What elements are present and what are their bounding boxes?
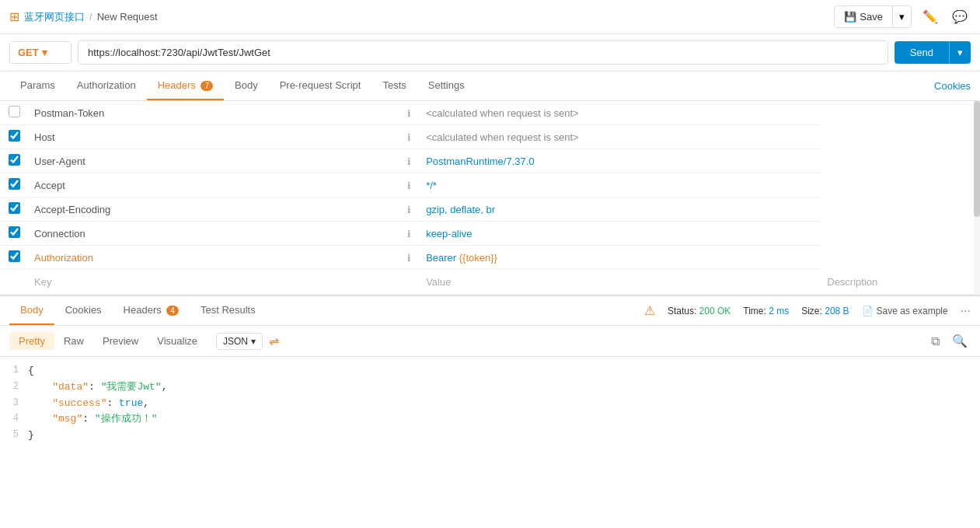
row5-info-icon[interactable]: ℹ xyxy=(407,205,411,215)
save-example-button[interactable]: 📄 Save as example xyxy=(862,306,948,316)
search-button[interactable]: 🔍 xyxy=(949,330,971,351)
url-input[interactable] xyxy=(78,40,888,65)
save-button-group: 💾 Save ▾ xyxy=(834,5,912,28)
edit-button[interactable]: ✏️ xyxy=(919,6,941,27)
tab-params[interactable]: Params xyxy=(9,72,66,100)
save-icon: 💾 xyxy=(844,11,856,23)
row4-checkbox[interactable] xyxy=(9,178,20,190)
method-label: GET xyxy=(18,47,39,58)
table-row: User-Agent ℹ PostmanRuntime/7.37.0 xyxy=(0,149,974,173)
save-button[interactable]: 💾 Save xyxy=(835,6,892,27)
cookies-link[interactable]: Cookies xyxy=(934,80,971,92)
format-tabs: Pretty Raw Preview Visualize JSON ▾ ⇌ ⧉ … xyxy=(0,326,980,357)
tab-response-headers[interactable]: Headers 4 xyxy=(113,296,190,325)
row5-key: Accept-Encoding xyxy=(34,204,110,215)
format-icon[interactable]: ⇌ xyxy=(269,334,279,348)
row4-info-icon[interactable]: ℹ xyxy=(407,180,411,191)
tab-response-cookies[interactable]: Cookies xyxy=(54,296,113,325)
row7-checkbox[interactable] xyxy=(9,250,20,262)
method-chevron-icon: ▾ xyxy=(42,47,47,58)
method-select[interactable]: GET ▾ xyxy=(9,41,71,64)
tab-settings[interactable]: Settings xyxy=(417,72,476,100)
headers-table: Postman-Token ℹ <calculated when request… xyxy=(0,101,974,295)
table-row: Host ℹ <calculated when request is sent> xyxy=(0,125,974,149)
tab-response-body[interactable]: Body xyxy=(9,296,54,325)
app-name: 蓝牙网页接口 xyxy=(24,10,85,24)
json-chevron-icon: ▾ xyxy=(251,336,256,347)
current-page: New Request xyxy=(97,11,158,23)
description-placeholder: Description xyxy=(827,276,877,288)
top-bar-actions: 💾 Save ▾ ✏️ 💬 xyxy=(834,5,971,28)
json-format-select[interactable]: JSON ▾ xyxy=(216,333,263,350)
tab-tests[interactable]: Tests xyxy=(371,72,417,100)
comment-button[interactable]: 💬 xyxy=(949,6,971,27)
status-indicator: ⚠ xyxy=(644,303,655,318)
response-section: Body Cookies Headers 4 Test Results ⚠ St… xyxy=(0,295,980,450)
status-value: 200 OK xyxy=(699,306,731,316)
code-line-4: 4 "msg": "操作成功！" xyxy=(0,411,980,428)
code-line-1: 1 { xyxy=(0,363,980,379)
tab-prerequest[interactable]: Pre-request Script xyxy=(269,72,372,100)
row5-value: gzip, deflate, br xyxy=(426,204,495,215)
row5-checkbox[interactable] xyxy=(9,202,20,214)
response-headers-badge: 4 xyxy=(166,306,179,316)
json-label: JSON xyxy=(223,336,248,347)
row1-info-icon[interactable]: ℹ xyxy=(407,108,411,119)
tab-authorization[interactable]: Authorization xyxy=(66,72,147,100)
status-display: Status: 200 OK xyxy=(668,306,731,316)
fmt-raw[interactable]: Raw xyxy=(54,332,93,350)
row2-key: Host xyxy=(34,131,55,143)
grid-icon: ⊞ xyxy=(9,9,19,24)
row7-info-icon[interactable]: ℹ xyxy=(407,253,411,264)
response-actions: ⧉ 🔍 xyxy=(928,330,971,351)
url-bar: GET ▾ Send ▾ xyxy=(0,34,980,72)
row7-key: Authorization xyxy=(34,252,93,264)
table-row: Accept ℹ */* xyxy=(0,173,974,198)
fmt-preview[interactable]: Preview xyxy=(93,332,148,350)
breadcrumb-area: ⊞ 蓝牙网页接口 / New Request xyxy=(9,9,158,24)
more-options-button[interactable]: ··· xyxy=(961,304,971,318)
row4-value: */* xyxy=(426,180,437,191)
save-chevron-button[interactable]: ▾ xyxy=(892,6,911,27)
top-bar: ⊞ 蓝牙网页接口 / New Request 💾 Save ▾ ✏️ 💬 xyxy=(0,0,980,34)
row6-info-icon[interactable]: ℹ xyxy=(407,229,411,240)
code-line-2: 2 "data": "我需要Jwt", xyxy=(0,379,980,396)
copy-button[interactable]: ⧉ xyxy=(928,331,943,351)
headers-badge: 7 xyxy=(201,81,213,91)
tab-headers[interactable]: Headers 7 xyxy=(147,72,224,100)
size-display: Size: 208 B xyxy=(801,306,849,316)
tab-body[interactable]: Body xyxy=(224,72,269,100)
send-button-group: Send ▾ xyxy=(895,41,971,64)
send-button[interactable]: Send xyxy=(895,41,949,64)
code-line-3: 3 "success": true, xyxy=(0,396,980,412)
row1-key: Postman-Token xyxy=(34,107,104,119)
row6-key: Connection xyxy=(34,228,85,240)
row6-checkbox[interactable] xyxy=(9,226,20,238)
scrollbar-thumb[interactable] xyxy=(974,101,980,217)
scrollbar-track[interactable] xyxy=(974,101,980,295)
row3-info-icon[interactable]: ℹ xyxy=(407,156,411,167)
row3-key: User-Agent xyxy=(34,156,85,167)
request-tabs: Params Authorization Headers 7 Body Pre-… xyxy=(0,72,980,101)
row1-checkbox[interactable] xyxy=(9,106,20,117)
key-placeholder: Key xyxy=(34,276,51,288)
fmt-visualize[interactable]: Visualize xyxy=(148,332,207,350)
value-placeholder: Value xyxy=(426,276,451,288)
row2-info-icon[interactable]: ℹ xyxy=(407,132,411,143)
row3-value: PostmanRuntime/7.37.0 xyxy=(426,156,534,167)
table-row: Connection ℹ keep-alive xyxy=(0,222,974,246)
size-value: 208 B xyxy=(825,306,849,316)
status-bar: ⚠ Status: 200 OK Time: 2 ms Size: 208 B … xyxy=(644,303,971,318)
headers-footer-row: Key Value Description xyxy=(0,270,974,295)
row2-checkbox[interactable] xyxy=(9,130,20,142)
row3-checkbox[interactable] xyxy=(9,154,20,166)
table-row: Postman-Token ℹ <calculated when request… xyxy=(0,101,974,125)
time-value: 2 ms xyxy=(769,306,789,316)
row1-value: <calculated when request is sent> xyxy=(426,107,579,119)
tab-test-results[interactable]: Test Results xyxy=(190,296,267,325)
code-line-5: 5 } xyxy=(0,428,980,444)
fmt-pretty[interactable]: Pretty xyxy=(9,332,54,350)
send-chevron-button[interactable]: ▾ xyxy=(949,41,971,64)
response-tabs: Body Cookies Headers 4 Test Results ⚠ St… xyxy=(0,296,980,326)
row7-value: Bearer {{token}} xyxy=(426,252,497,264)
